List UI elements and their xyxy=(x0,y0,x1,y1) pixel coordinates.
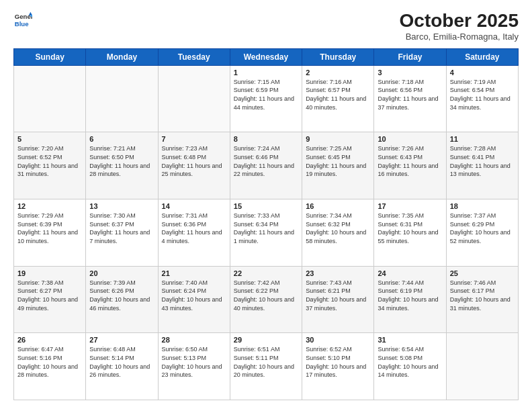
cell-info: Sunrise: 7:25 AM Sunset: 6:45 PM Dayligh… xyxy=(306,144,370,178)
weekday-header-thursday: Thursday xyxy=(302,48,374,65)
calendar-cell: 26Sunrise: 6:47 AM Sunset: 5:16 PM Dayli… xyxy=(14,333,86,400)
calendar-cell: 31Sunrise: 6:54 AM Sunset: 5:08 PM Dayli… xyxy=(374,333,446,400)
day-number: 3 xyxy=(378,68,442,77)
calendar-cell: 22Sunrise: 7:42 AM Sunset: 6:22 PM Dayli… xyxy=(230,266,302,333)
day-number: 30 xyxy=(306,336,370,344)
calendar-cell: 25Sunrise: 7:46 AM Sunset: 6:17 PM Dayli… xyxy=(446,266,518,333)
calendar-cell: 2Sunrise: 7:16 AM Sunset: 6:57 PM Daylig… xyxy=(302,65,374,132)
week-row-3: 19Sunrise: 7:38 AM Sunset: 6:27 PM Dayli… xyxy=(14,266,519,333)
day-number: 2 xyxy=(306,68,370,77)
day-number: 6 xyxy=(89,135,154,143)
day-number: 5 xyxy=(17,135,82,143)
logo-icon: General Blue xyxy=(13,11,32,30)
calendar-cell: 21Sunrise: 7:40 AM Sunset: 6:24 PM Dayli… xyxy=(158,266,230,333)
day-number: 7 xyxy=(162,135,226,143)
day-number: 8 xyxy=(234,135,298,143)
cell-info: Sunrise: 7:43 AM Sunset: 6:21 PM Dayligh… xyxy=(306,279,370,312)
calendar-cell: 23Sunrise: 7:43 AM Sunset: 6:21 PM Dayli… xyxy=(302,266,374,333)
cell-info: Sunrise: 6:51 AM Sunset: 5:11 PM Dayligh… xyxy=(234,345,298,379)
week-row-1: 5Sunrise: 7:20 AM Sunset: 6:52 PM Daylig… xyxy=(14,132,519,199)
cell-info: Sunrise: 7:34 AM Sunset: 6:32 PM Dayligh… xyxy=(306,212,370,245)
cell-info: Sunrise: 7:26 AM Sunset: 6:43 PM Dayligh… xyxy=(378,144,442,178)
calendar-table: SundayMondayTuesdayWednesdayThursdayFrid… xyxy=(13,48,519,400)
weekday-header-row: SundayMondayTuesdayWednesdayThursdayFrid… xyxy=(14,48,519,65)
day-number: 11 xyxy=(450,135,515,143)
cell-info: Sunrise: 7:23 AM Sunset: 6:48 PM Dayligh… xyxy=(162,144,226,178)
calendar-cell: 12Sunrise: 7:29 AM Sunset: 6:39 PM Dayli… xyxy=(14,199,86,267)
weekday-header-friday: Friday xyxy=(374,48,446,65)
calendar-cell: 17Sunrise: 7:35 AM Sunset: 6:31 PM Dayli… xyxy=(374,199,446,267)
cell-info: Sunrise: 7:44 AM Sunset: 6:19 PM Dayligh… xyxy=(378,279,442,312)
calendar-cell: 3Sunrise: 7:18 AM Sunset: 6:56 PM Daylig… xyxy=(374,65,446,132)
calendar-cell: 29Sunrise: 6:51 AM Sunset: 5:11 PM Dayli… xyxy=(230,333,302,400)
day-number: 23 xyxy=(306,269,370,277)
svg-text:Blue: Blue xyxy=(15,20,29,28)
day-number: 22 xyxy=(234,269,298,277)
calendar-cell: 10Sunrise: 7:26 AM Sunset: 6:43 PM Dayli… xyxy=(374,132,446,199)
cell-info: Sunrise: 7:18 AM Sunset: 6:56 PM Dayligh… xyxy=(378,78,442,111)
day-number: 29 xyxy=(234,336,298,344)
day-number: 4 xyxy=(450,68,515,77)
calendar-cell: 4Sunrise: 7:19 AM Sunset: 6:54 PM Daylig… xyxy=(446,65,518,132)
logo: General Blue xyxy=(13,11,32,30)
calendar-cell xyxy=(446,333,518,400)
cell-info: Sunrise: 7:30 AM Sunset: 6:37 PM Dayligh… xyxy=(89,212,154,245)
calendar-cell: 13Sunrise: 7:30 AM Sunset: 6:37 PM Dayli… xyxy=(86,199,158,267)
day-number: 9 xyxy=(306,135,370,143)
cell-info: Sunrise: 7:46 AM Sunset: 6:17 PM Dayligh… xyxy=(450,279,515,312)
calendar-cell: 24Sunrise: 7:44 AM Sunset: 6:19 PM Dayli… xyxy=(374,266,446,333)
cell-info: Sunrise: 6:48 AM Sunset: 5:14 PM Dayligh… xyxy=(89,345,154,379)
title-area: October 2025 Barco, Emilia-Romagna, Ital… xyxy=(400,11,519,42)
calendar-cell: 5Sunrise: 7:20 AM Sunset: 6:52 PM Daylig… xyxy=(14,132,86,199)
calendar-cell xyxy=(158,65,230,132)
week-row-4: 26Sunrise: 6:47 AM Sunset: 5:16 PM Dayli… xyxy=(14,333,519,400)
cell-info: Sunrise: 7:19 AM Sunset: 6:54 PM Dayligh… xyxy=(450,78,515,111)
calendar-cell: 28Sunrise: 6:50 AM Sunset: 5:13 PM Dayli… xyxy=(158,333,230,400)
day-number: 17 xyxy=(378,202,442,210)
calendar-cell: 27Sunrise: 6:48 AM Sunset: 5:14 PM Dayli… xyxy=(86,333,158,400)
cell-info: Sunrise: 7:28 AM Sunset: 6:41 PM Dayligh… xyxy=(450,144,515,178)
day-number: 18 xyxy=(450,202,515,210)
weekday-header-wednesday: Wednesday xyxy=(230,48,302,65)
cell-info: Sunrise: 7:40 AM Sunset: 6:24 PM Dayligh… xyxy=(162,279,226,312)
cell-info: Sunrise: 7:42 AM Sunset: 6:22 PM Dayligh… xyxy=(234,279,298,312)
cell-info: Sunrise: 7:37 AM Sunset: 6:29 PM Dayligh… xyxy=(450,212,515,245)
calendar-cell: 19Sunrise: 7:38 AM Sunset: 6:27 PM Dayli… xyxy=(14,266,86,333)
cell-info: Sunrise: 6:52 AM Sunset: 5:10 PM Dayligh… xyxy=(306,345,370,379)
day-number: 13 xyxy=(89,202,154,210)
weekday-header-tuesday: Tuesday xyxy=(158,48,230,65)
cell-info: Sunrise: 7:35 AM Sunset: 6:31 PM Dayligh… xyxy=(378,212,442,245)
calendar-cell: 20Sunrise: 7:39 AM Sunset: 6:26 PM Dayli… xyxy=(86,266,158,333)
day-number: 28 xyxy=(162,336,226,344)
week-row-0: 1Sunrise: 7:15 AM Sunset: 6:59 PM Daylig… xyxy=(14,65,519,132)
subtitle: Barco, Emilia-Romagna, Italy xyxy=(400,32,519,42)
calendar-cell: 1Sunrise: 7:15 AM Sunset: 6:59 PM Daylig… xyxy=(230,65,302,132)
day-number: 19 xyxy=(17,269,82,277)
day-number: 25 xyxy=(450,269,515,277)
cell-info: Sunrise: 7:39 AM Sunset: 6:26 PM Dayligh… xyxy=(89,279,154,312)
weekday-header-monday: Monday xyxy=(86,48,158,65)
cell-info: Sunrise: 7:16 AM Sunset: 6:57 PM Dayligh… xyxy=(306,78,370,111)
day-number: 15 xyxy=(234,202,298,210)
month-title: October 2025 xyxy=(400,11,519,32)
header: General Blue October 2025 Barco, Emilia-… xyxy=(13,11,519,42)
day-number: 27 xyxy=(89,336,154,344)
day-number: 31 xyxy=(378,336,442,344)
cell-info: Sunrise: 7:38 AM Sunset: 6:27 PM Dayligh… xyxy=(17,279,82,312)
cell-info: Sunrise: 7:24 AM Sunset: 6:46 PM Dayligh… xyxy=(234,144,298,178)
day-number: 10 xyxy=(378,135,442,143)
cell-info: Sunrise: 6:54 AM Sunset: 5:08 PM Dayligh… xyxy=(378,345,442,379)
day-number: 24 xyxy=(378,269,442,277)
week-row-2: 12Sunrise: 7:29 AM Sunset: 6:39 PM Dayli… xyxy=(14,199,519,267)
day-number: 1 xyxy=(234,68,298,77)
day-number: 14 xyxy=(162,202,226,210)
calendar-cell: 30Sunrise: 6:52 AM Sunset: 5:10 PM Dayli… xyxy=(302,333,374,400)
calendar-cell: 18Sunrise: 7:37 AM Sunset: 6:29 PM Dayli… xyxy=(446,199,518,267)
day-number: 12 xyxy=(17,202,82,210)
day-number: 26 xyxy=(17,336,82,344)
calendar-cell: 14Sunrise: 7:31 AM Sunset: 6:36 PM Dayli… xyxy=(158,199,230,267)
calendar-cell: 15Sunrise: 7:33 AM Sunset: 6:34 PM Dayli… xyxy=(230,199,302,267)
cell-info: Sunrise: 7:29 AM Sunset: 6:39 PM Dayligh… xyxy=(17,212,82,245)
weekday-header-sunday: Sunday xyxy=(14,48,86,65)
calendar-cell xyxy=(14,65,86,132)
